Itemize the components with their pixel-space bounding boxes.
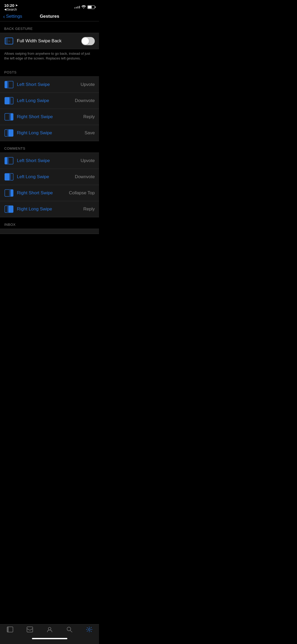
inbox-rows [0, 229, 99, 234]
svg-rect-17 [7, 157, 9, 164]
posts-left-long-row[interactable]: Left Long Swipe Downvote [0, 93, 99, 109]
inbox-header: INBOX [0, 217, 99, 229]
comments-right-short-swipe-icon [4, 188, 14, 198]
back-gesture-rows: → Full Width Swipe Back [0, 33, 99, 49]
svg-rect-5 [7, 81, 9, 88]
svg-rect-23 [9, 190, 11, 196]
status-right [74, 5, 95, 9]
left-long-swipe-icon [4, 96, 14, 105]
svg-rect-13 [8, 130, 13, 136]
location-icon: ➤ [15, 4, 18, 7]
svg-rect-22 [11, 190, 13, 196]
posts-right-long-row[interactable]: Right Long Swipe Save [0, 125, 99, 141]
comments-right-short-value: Collapse Top [69, 190, 95, 196]
signal-icon [74, 6, 80, 8]
comments-rows: Left Short Swipe Upvote Left Long Swipe … [0, 153, 99, 217]
full-width-swipe-row[interactable]: → Full Width Swipe Back [0, 33, 99, 49]
svg-rect-19 [5, 173, 10, 180]
svg-rect-20 [10, 173, 11, 180]
back-gesture-header: BACK GESTURE [0, 21, 99, 33]
comments-left-short-label: Left Short Swipe [17, 158, 81, 163]
status-bar: 10:20 ➤ ◀ Search [0, 0, 99, 12]
posts-header: POSTS [0, 65, 99, 76]
comments-right-long-row[interactable]: Right Long Swipe Reply [0, 201, 99, 217]
svg-text:→: → [7, 39, 11, 43]
back-gesture-section: BACK GESTURE → Full Width Swipe Back All… [0, 21, 99, 65]
posts-left-short-value: Upvote [81, 82, 95, 87]
comments-right-short-label: Right Short Swipe [17, 190, 69, 196]
posts-right-short-label: Right Short Swipe [17, 114, 83, 119]
svg-rect-16 [5, 157, 7, 164]
svg-rect-26 [7, 206, 8, 213]
svg-rect-11 [9, 113, 11, 120]
comments-left-short-swipe-icon [4, 156, 14, 165]
back-gesture-description: Allows swiping from anywhere to go back,… [0, 49, 99, 65]
svg-rect-7 [5, 97, 10, 104]
svg-rect-4 [5, 81, 7, 88]
comments-right-long-label: Right Long Swipe [17, 206, 83, 212]
posts-right-short-value: Reply [83, 114, 95, 119]
posts-left-short-row[interactable]: Left Short Swipe Upvote [0, 77, 99, 93]
swipe-back-icon: → [4, 36, 14, 46]
nav-bar: ‹ Settings Gestures [0, 12, 99, 21]
right-long-swipe-icon [4, 128, 14, 138]
svg-rect-14 [7, 130, 8, 136]
posts-right-long-value: Save [84, 130, 95, 136]
wifi-icon [82, 5, 86, 9]
comments-left-long-row[interactable]: Left Long Swipe Downvote [0, 169, 99, 185]
posts-rows: Left Short Swipe Upvote Left Long Swipe … [0, 76, 99, 141]
inbox-section: INBOX [0, 217, 99, 234]
comments-left-long-value: Downvote [75, 174, 95, 180]
posts-left-short-label: Left Short Swipe [17, 82, 81, 87]
status-left: 10:20 ➤ ◀ Search [4, 3, 18, 11]
svg-rect-25 [8, 206, 13, 213]
status-time: 10:20 ➤ [4, 3, 18, 8]
right-short-swipe-icon [4, 112, 14, 122]
posts-left-long-value: Downvote [75, 98, 95, 103]
chevron-left-icon: ‹ [3, 13, 5, 20]
comments-left-short-row[interactable]: Left Short Swipe Upvote [0, 153, 99, 169]
svg-rect-10 [11, 113, 13, 120]
left-short-swipe-icon [4, 80, 14, 89]
full-width-swipe-toggle[interactable] [81, 37, 95, 45]
comments-section: COMMENTS Left Short Swipe Upvote [0, 141, 99, 217]
posts-right-short-row[interactable]: Right Short Swipe Reply [0, 109, 99, 125]
battery-icon [87, 5, 95, 9]
full-width-swipe-label: Full Width Swipe Back [17, 38, 81, 44]
comments-left-long-label: Left Long Swipe [17, 174, 75, 180]
comments-left-long-swipe-icon [4, 172, 14, 182]
comments-left-short-value: Upvote [81, 158, 95, 163]
svg-rect-8 [10, 97, 11, 104]
page-content: BACK GESTURE → Full Width Swipe Back All… [0, 21, 99, 260]
comments-right-long-swipe-icon [4, 204, 14, 214]
comments-header: COMMENTS [0, 141, 99, 153]
posts-section: POSTS Left Short Swipe Upvote [0, 65, 99, 141]
back-button-label: Settings [6, 14, 22, 19]
posts-left-long-label: Left Long Swipe [17, 98, 75, 103]
comments-right-long-value: Reply [83, 206, 95, 212]
page-title: Gestures [40, 14, 59, 19]
status-back-label: ◀ Search [4, 8, 18, 11]
posts-right-long-label: Right Long Swipe [17, 130, 84, 136]
back-button[interactable]: ‹ Settings [3, 13, 22, 20]
comments-right-short-row[interactable]: Right Short Swipe Collapse Top [0, 185, 99, 201]
